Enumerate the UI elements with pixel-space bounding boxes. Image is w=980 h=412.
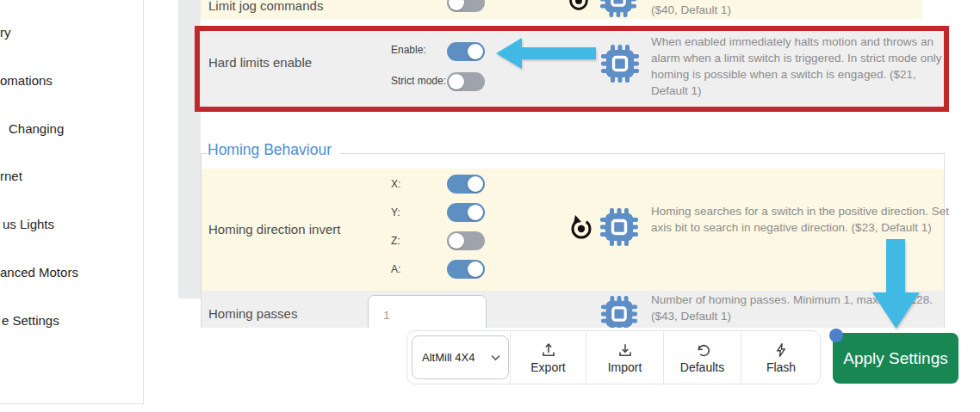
microchip-icon: [601, 296, 637, 332]
sidebar-item-3[interactable]: rnet: [0, 169, 22, 183]
strict-mode-label: Strict mode:: [391, 75, 446, 87]
notification-dot: [829, 329, 843, 342]
section-title: Homing Behaviour: [208, 141, 340, 159]
annotation-arrow-left-icon: [496, 37, 596, 70]
axis-z-label: Z:: [391, 235, 400, 247]
sidebar-item-1[interactable]: omations: [0, 73, 53, 88]
sidebar-item-6[interactable]: e Settings: [2, 313, 59, 328]
chevron-down-icon: [491, 354, 500, 361]
sidebar: ry omations Changing rnet us Lights ance…: [0, 0, 144, 404]
import-label: Import: [608, 360, 642, 374]
flash-label: Flash: [766, 360, 796, 374]
axis-x-toggle[interactable]: [447, 175, 485, 194]
apply-settings-button[interactable]: Apply Settings: [833, 333, 958, 384]
sidebar-item-4[interactable]: us Lights: [3, 217, 54, 231]
download-icon: [617, 341, 634, 359]
import-button[interactable]: Import: [586, 330, 663, 384]
export-label: Export: [530, 360, 565, 374]
microchip-icon: [600, 0, 636, 17]
sidebar-item-2[interactable]: Changing: [9, 121, 64, 136]
homing-passes-label: Homing passes: [208, 306, 297, 321]
microchip-icon: [601, 45, 639, 83]
homing-invert-description: Homing searches for a switch in the posi…: [651, 203, 958, 236]
apply-settings-label: Apply Settings: [843, 349, 947, 368]
settings-page: ry omations Changing rnet us Lights ance…: [0, 0, 980, 412]
axis-y-label: Y:: [391, 206, 400, 218]
defaults-button[interactable]: Defaults: [663, 330, 741, 384]
axis-y-toggle[interactable]: [447, 203, 485, 222]
axis-z-toggle[interactable]: [447, 231, 485, 250]
hard-limits-description: When enabled immediately halts motion an…: [651, 34, 951, 99]
profile-select[interactable]: AltMill 4X4: [412, 335, 509, 379]
undo-icon: [694, 341, 711, 359]
reset-default-icon[interactable]: [568, 215, 594, 241]
axis-a-label: A:: [391, 263, 400, 275]
axis-x-label: X:: [391, 178, 400, 190]
flash-button[interactable]: Flash: [741, 330, 821, 384]
reset-default-icon[interactable]: [567, 0, 591, 12]
axis-a-toggle[interactable]: [447, 260, 485, 279]
hard-limits-label: Hard limits enable: [208, 55, 312, 70]
hard-limits-enable-toggle[interactable]: [447, 42, 485, 61]
limit-jog-toggle[interactable]: [447, 0, 485, 12]
strict-mode-toggle[interactable]: [447, 72, 485, 91]
sidebar-item-0[interactable]: ry: [0, 25, 11, 40]
defaults-label: Defaults: [680, 360, 724, 374]
annotation-arrow-down-icon: [872, 239, 920, 329]
sidebar-item-5[interactable]: anced Motors: [0, 265, 78, 280]
profile-selected-label: AltMill 4X4: [422, 351, 491, 364]
limit-jog-label: Limit jog commands: [208, 0, 323, 13]
export-button[interactable]: Export: [510, 330, 586, 384]
homing-invert-label: Homing direction invert: [208, 222, 340, 237]
enable-label: Enable:: [391, 44, 426, 56]
upload-icon: [540, 341, 557, 359]
microchip-icon: [600, 208, 638, 246]
lightning-icon: [772, 341, 790, 359]
limit-jog-note: ($40, Default 1): [651, 2, 948, 18]
